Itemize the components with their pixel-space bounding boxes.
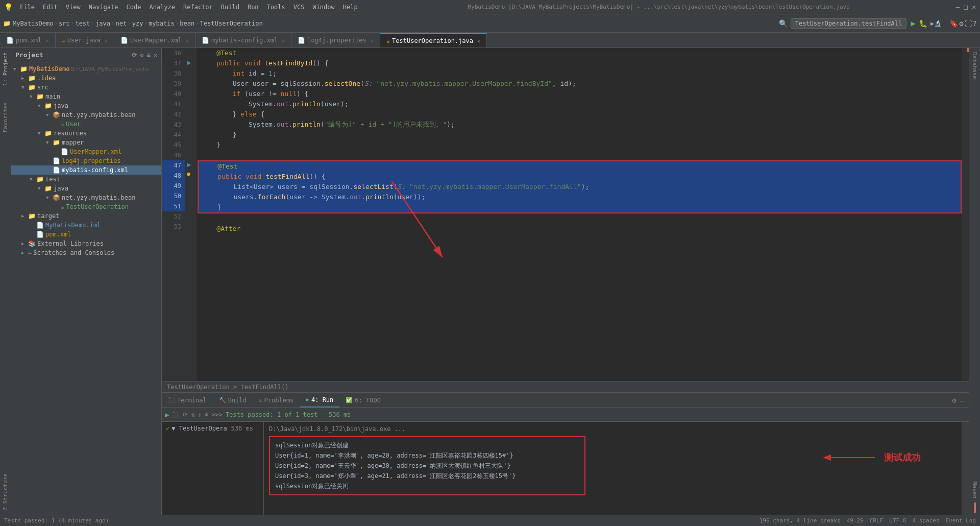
database-side-tab[interactable]: Database <box>970 49 979 82</box>
breadcrumb-yzy[interactable]: yzy <box>132 20 143 27</box>
tab-log4j-close[interactable]: ✕ <box>371 38 374 43</box>
tree-item-idea[interactable]: ▶ 📁 .idea <box>11 74 161 83</box>
maven-side-tab[interactable]: Maven <box>970 479 979 501</box>
console-line-2: User{id=1, name='李洪刚', age=20, address='… <box>275 450 579 461</box>
breadcrumb-bean[interactable]: bean <box>180 20 194 27</box>
run-panel-body: ✓ ▼ TestUserOpera 536 ms D:\Java\jdk1.8.… <box>162 422 969 515</box>
tab-pom[interactable]: 📄 pom.xml ✕ <box>0 33 56 47</box>
breadcrumb-test[interactable]: test <box>75 20 90 27</box>
tab-terminal[interactable]: ⬛ Terminal <box>162 393 213 408</box>
menu-help[interactable]: Help <box>339 3 362 12</box>
breadcrumb-mybatis[interactable]: mybatis <box>149 20 175 27</box>
editor-right-scrollbar[interactable] <box>962 48 969 381</box>
breadcrumb-bottom-text: TestUserOperation > testFindAll() <box>167 384 288 391</box>
event-log-btn[interactable]: Event Log <box>945 517 976 524</box>
tab-todo[interactable]: ✅ 6: TODO <box>339 393 387 408</box>
tab-log4j-label: log4j.properties <box>307 37 366 44</box>
tab-run-active[interactable]: ▶ 4: Run <box>300 393 339 408</box>
menu-view[interactable]: View <box>62 3 85 12</box>
project-side-tab[interactable]: 1: Project <box>1 49 10 89</box>
sidebar-gear-icon[interactable]: ⚙ <box>140 52 143 59</box>
tree-item-log4j[interactable]: 📄 log4j.properties <box>11 156 161 165</box>
tab-testuserop[interactable]: ☕ TestUserOperation.java ✕ <box>380 33 487 47</box>
debug-btn[interactable]: 🐛 <box>919 19 927 28</box>
test-pass-icon: ✓ <box>166 425 169 432</box>
tab-log4j[interactable]: 📄 log4j.properties ✕ <box>291 33 380 47</box>
tab-usermapper-close[interactable]: ✕ <box>186 38 189 43</box>
tree-item-scratches[interactable]: ▶ ✏️ Scratches and Consoles <box>11 248 161 257</box>
tab-mybatis-close[interactable]: ✕ <box>282 38 285 43</box>
close-btn[interactable]: ✕ <box>972 3 976 11</box>
breadcrumb-src[interactable]: src <box>59 20 70 27</box>
tree-item-mybatis-config[interactable]: 📄 mybatis-config.xml <box>11 165 161 175</box>
window-controls: — □ ✕ <box>956 3 976 11</box>
menu-analyze[interactable]: Analyze <box>145 3 179 12</box>
sidebar-collapse-icon[interactable]: ≡ <box>147 52 151 59</box>
tab-user[interactable]: ☕ User.java ✕ <box>56 33 114 47</box>
tree-item-usermapper-xml[interactable]: 📄 UserMapper.xml <box>11 147 161 156</box>
tree-item-target[interactable]: ▶ 📁 target <box>11 211 161 221</box>
menu-file[interactable]: File <box>16 3 39 12</box>
run-header-run-icon[interactable]: ▶ <box>165 411 169 419</box>
tab-mybatis-config[interactable]: 📄 mybatis-config.xml ✕ <box>195 33 291 47</box>
tab-user-close[interactable]: ✕ <box>105 38 108 43</box>
tree-item-resources[interactable]: ▼ 📁 resources <box>11 129 161 138</box>
sidebar-sync-icon[interactable]: ⟳ <box>132 52 137 59</box>
tab-testuserop-close[interactable]: ✕ <box>477 38 480 44</box>
bookmark-btn[interactable]: 🔖 <box>949 19 958 28</box>
settings-btn[interactable]: ⚙ <box>959 19 963 28</box>
menu-navigate[interactable]: Navigate <box>85 3 122 12</box>
code-line-37: public void testFindById() { <box>197 58 962 68</box>
tree-item-test[interactable]: ▼ 📁 test <box>11 175 161 184</box>
tree-item-root[interactable]: ▼ 📁 MyBatisDemo D:\JAVA_MyBatisProjects <box>11 64 161 74</box>
tree-item-iml[interactable]: 📄 MyBatisDemo.iml <box>11 221 161 230</box>
run-with-coverage-btn[interactable]: ▶🔬 <box>930 20 942 27</box>
run-header-sort-icon[interactable]: ↕ <box>198 411 202 418</box>
run-header-expand-icon[interactable]: ⊕ <box>205 411 208 418</box>
tree-item-java-main[interactable]: ▼ 📁 java <box>11 101 161 110</box>
panel-settings-icon[interactable]: ⚙ <box>952 396 956 404</box>
breadcrumb-file[interactable]: TestUserOperation <box>200 20 263 27</box>
tree-item-main[interactable]: ▼ 📁 main <box>11 92 161 101</box>
menu-build[interactable]: Build <box>217 3 243 12</box>
tree-item-package-test[interactable]: ▼ 📦 net.yzy.mybatis.bean <box>11 193 161 202</box>
menu-code[interactable]: Code <box>122 3 145 12</box>
tab-build[interactable]: 🔨 Build <box>213 393 253 408</box>
breadcrumb-java[interactable]: java <box>95 20 110 27</box>
menu-tools[interactable]: Tools <box>263 3 289 12</box>
run-header-diff-icon[interactable]: ⇅ <box>191 411 194 418</box>
tree-item-testuserop[interactable]: ☕ TestUserOperation <box>11 202 161 211</box>
menu-window[interactable]: Window <box>308 3 338 12</box>
tab-problems[interactable]: ⚠ Problems <box>253 393 300 408</box>
tab-usermapper[interactable]: 📄 UserMapper.xml ✕ <box>114 33 195 47</box>
tab-pom-close[interactable]: ✕ <box>46 38 49 43</box>
run-header-more-icon[interactable]: >>> <box>211 411 223 418</box>
structure-side-tab[interactable]: Z-Structure <box>1 470 10 514</box>
run-header-stop-icon[interactable]: ⬛ <box>172 411 180 418</box>
menu-vcs[interactable]: VCS <box>289 3 309 12</box>
expand-btn[interactable]: ⛶ <box>965 19 972 28</box>
tree-item-package-main[interactable]: ▼ 📦 net.yzy.mybatis.bean <box>11 110 161 119</box>
minimize-btn[interactable]: — <box>956 3 960 11</box>
help-icon[interactable]: ? <box>973 19 977 28</box>
code-content[interactable]: @Test public void testFindById() { int i… <box>197 48 962 381</box>
tree-item-src[interactable]: ▼ 📁 src <box>11 83 161 92</box>
menu-refactor[interactable]: Refactor <box>179 3 217 12</box>
search-icon[interactable]: 🔍 <box>779 19 788 28</box>
menu-run[interactable]: Run <box>243 3 263 12</box>
run-config-selector[interactable]: TestUserOperation.testFindAll <box>791 18 907 29</box>
tree-item-external-libs[interactable]: ▶ 📚 External Libraries <box>11 239 161 248</box>
panel-minimize-icon[interactable]: — <box>961 396 965 404</box>
test-tree-item[interactable]: ✓ ▼ TestUserOpera 536 ms <box>164 424 261 433</box>
tree-item-user[interactable]: ☕ User <box>11 119 161 129</box>
tree-item-mapper[interactable]: ▼ 📁 mapper <box>11 138 161 147</box>
maximize-btn[interactable]: □ <box>964 3 968 11</box>
tree-item-pom[interactable]: 📄 pom.xml <box>11 230 161 239</box>
menu-edit[interactable]: Edit <box>39 3 62 12</box>
sidebar-close-icon[interactable]: ✕ <box>154 52 157 59</box>
tree-item-java-test[interactable]: ▼ 📁 java <box>11 184 161 193</box>
run-btn[interactable]: ▶ <box>911 18 916 28</box>
breadcrumb-net[interactable]: net <box>115 20 127 27</box>
favorites-side-tab[interactable]: Favorites <box>1 99 10 136</box>
run-header-rerun-icon[interactable]: ⟳ <box>183 411 188 418</box>
